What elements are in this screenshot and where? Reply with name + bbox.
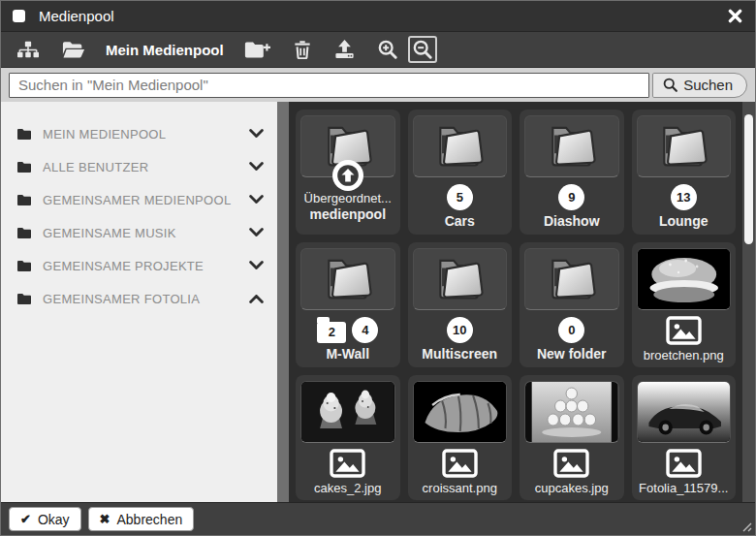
subfolder-count-badge: 2 — [317, 322, 346, 343]
tile-labels: cakes_2.jpg — [300, 481, 395, 496]
tile-label: Fotolia_11579... — [637, 481, 732, 496]
sidebar-item-gemeinsame-projekte[interactable]: GEMEINSAME PROJEKTE — [1, 249, 277, 282]
media-tile-lounge[interactable]: 13Lounge — [632, 110, 737, 235]
close-button[interactable] — [727, 8, 743, 24]
tile-label: Multiscreen — [413, 346, 508, 363]
folder-icon-area — [300, 248, 395, 310]
media-tile-cupcakes-jpg[interactable]: cupcakes.jpg — [520, 375, 624, 500]
folder-icon — [16, 227, 32, 239]
delete-button[interactable] — [289, 36, 316, 63]
image-file-icon — [666, 316, 702, 345]
file-type-icon-row — [442, 449, 478, 478]
tile-label: cupcakes.jpg — [524, 481, 619, 496]
sidebar-item-label: GEMEINSAME PROJEKTE — [43, 259, 249, 273]
zoom-out-icon — [413, 40, 432, 59]
sidebar-item-label: ALLE BENUTZER — [43, 160, 249, 174]
tile-labels: Übergeordnet...medienpool — [300, 191, 395, 224]
titlebar: Medienpool — [1, 1, 755, 32]
window-title: Medienpool — [39, 8, 114, 24]
chevron-icon — [249, 228, 264, 237]
media-grid: Übergeordnet...medienpool 5Cars 9Diashow… — [289, 102, 742, 502]
chevron-up-icon[interactable] — [249, 294, 264, 303]
tree-view-button[interactable] — [13, 37, 44, 63]
tile-label: Übergeordnet... — [300, 191, 395, 206]
media-tile-diashow[interactable]: 9Diashow — [520, 110, 624, 235]
tile-labels: Lounge — [637, 213, 732, 231]
open-folder-button[interactable] — [57, 37, 90, 63]
folder-icon-area — [524, 248, 619, 310]
item-count-badge: 5 — [447, 184, 473, 210]
search-icon — [663, 78, 677, 92]
media-tile-broetchen-png[interactable]: broetchen.png — [632, 242, 737, 367]
sidebar-item-label: GEMEINSAME MUSIK — [43, 226, 249, 240]
media-tile-bergeordnet[interactable]: Übergeordnet...medienpool — [296, 110, 400, 235]
tile-label: croissant.png — [413, 481, 508, 496]
media-tile-cakes-2-jpg[interactable]: cakes_2.jpg — [296, 375, 400, 500]
chevron-down-icon[interactable] — [249, 228, 264, 237]
folder-icon-area — [413, 115, 508, 177]
badge-row: 10 — [447, 317, 473, 343]
item-count-badge: 13 — [671, 184, 697, 210]
sidebar-scrollbar[interactable] — [277, 102, 289, 502]
search-input[interactable] — [9, 73, 649, 98]
tile-labels: M-Wall — [300, 346, 395, 363]
cancel-button[interactable]: ✖ Abbrechen — [88, 507, 195, 531]
grid-scrollbar[interactable] — [742, 102, 755, 502]
resize-grip-icon[interactable] — [741, 521, 752, 532]
thumbnail-cupcakes — [525, 382, 618, 442]
media-tile-fotolia-11579[interactable]: Fotolia_11579... — [632, 375, 737, 500]
sidebar-item-gemeinsamer-fotolia[interactable]: GEMEINSAMER FOTOLIA — [1, 282, 277, 315]
search-button[interactable]: Suchen — [652, 73, 747, 98]
okay-button[interactable]: ✔ Okay — [9, 507, 81, 531]
tile-label: cakes_2.jpg — [300, 481, 395, 496]
sidebar-item-gemeinsame-musik[interactable]: GEMEINSAME MUSIK — [1, 216, 277, 249]
tile-labels: New folder — [524, 346, 619, 363]
current-folder-label: Mein Medienpool — [106, 42, 224, 58]
upload-button[interactable] — [330, 36, 360, 63]
chevron-down-icon[interactable] — [249, 261, 264, 270]
chevron-icon — [249, 261, 264, 270]
tile-label: New folder — [524, 346, 619, 363]
search-row: Suchen — [1, 68, 755, 102]
zoom-out-button[interactable] — [408, 36, 437, 63]
file-type-icon-row — [666, 449, 702, 478]
thumbnail-car — [638, 382, 731, 442]
item-count-badge: 0 — [558, 317, 584, 343]
thumbnail-broetchen — [638, 249, 731, 309]
sidebar-item-alle-benutzer[interactable]: ALLE BENUTZER — [1, 150, 277, 183]
sidebar-item-gemeinsamer-medienpool[interactable]: GEMEINSAMER MEDIENPOOL — [1, 183, 277, 216]
trash-icon — [294, 40, 311, 59]
sidebar-item-mein-medienpool[interactable]: MEIN MEDIENPOOL — [1, 117, 277, 150]
media-tile-m-wall[interactable]: 24M-Wall — [296, 242, 400, 367]
folder-icon-area — [524, 115, 619, 177]
chevron-down-icon[interactable] — [249, 162, 264, 172]
image-thumbnail — [413, 381, 508, 443]
media-tile-new-folder[interactable]: 0New folder — [520, 242, 624, 367]
media-tile-cars[interactable]: 5Cars — [408, 110, 513, 235]
parent-folder-up-icon — [335, 163, 361, 188]
grid-scrollbar-thumb[interactable] — [744, 114, 753, 244]
media-tile-multiscreen[interactable]: 10Multiscreen — [408, 242, 513, 367]
tile-labels: Fotolia_11579... — [637, 481, 732, 496]
tile-labels: Diashow — [524, 213, 619, 231]
badge-row: 24 — [317, 317, 378, 343]
chevron-down-icon[interactable] — [249, 195, 264, 205]
image-file-icon — [666, 449, 702, 478]
new-folder-button[interactable] — [239, 37, 275, 63]
media-tile-croissant-png[interactable]: croissant.png — [408, 375, 513, 500]
badge-row: 0 — [558, 317, 584, 343]
zoom-in-button[interactable] — [373, 36, 402, 63]
search-button-label: Suchen — [683, 77, 733, 93]
tile-labels: Multiscreen — [413, 346, 508, 363]
chevron-down-icon[interactable] — [249, 129, 264, 139]
tile-label: Cars — [413, 213, 508, 231]
image-thumbnail — [524, 381, 619, 443]
toolbar: Mein Medienpool — [1, 32, 755, 68]
folder-icon — [543, 254, 601, 305]
tile-label: broetchen.png — [637, 348, 732, 363]
tile-labels: cupcakes.jpg — [524, 481, 619, 496]
folder-icon — [430, 121, 488, 173]
sidebar-item-label: MEIN MEDIENPOOL — [43, 127, 249, 142]
upload-icon — [334, 40, 355, 59]
folder-icon — [654, 121, 712, 173]
